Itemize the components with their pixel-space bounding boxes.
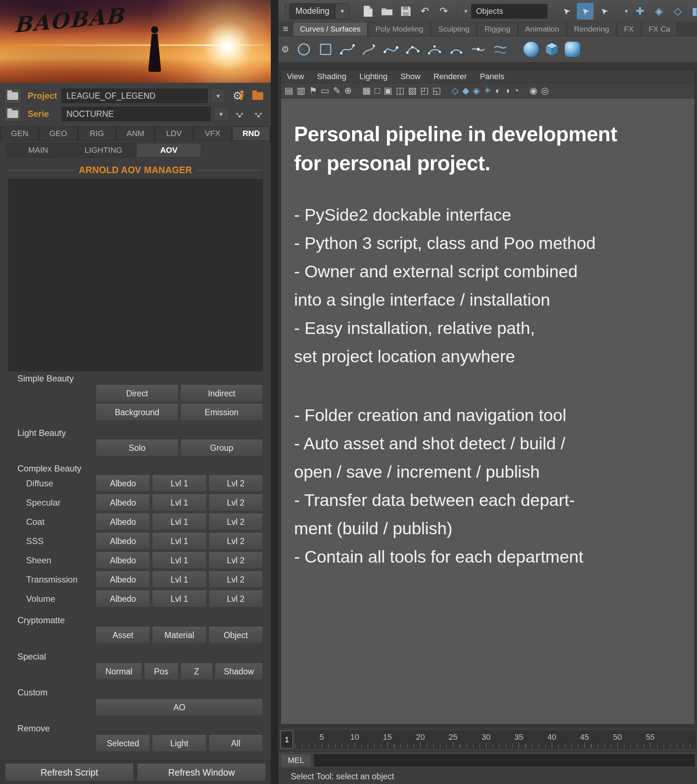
toolbar-grip[interactable] — [282, 4, 286, 18]
mel-label[interactable]: MEL — [281, 754, 311, 767]
shelf-tab-poly-modeling[interactable]: Poly Modeling — [369, 23, 430, 36]
tab-rig[interactable]: RIG — [78, 126, 116, 141]
refresh-script-button[interactable]: Refresh Script — [5, 764, 133, 781]
crypto-object-button[interactable]: Object — [209, 627, 263, 644]
collapse-all-button[interactable]: ↔ ↔ — [250, 106, 267, 122]
menu-lighting[interactable]: Lighting — [359, 72, 387, 81]
aov-background-button[interactable]: Background — [96, 404, 178, 421]
shelf-tab-rigging[interactable]: Rigging — [477, 23, 517, 36]
grid-toggle-icon[interactable]: ▦ — [362, 86, 371, 95]
pan-zoom-icon[interactable]: ⊕ — [344, 86, 352, 95]
cv-curve-tool-button[interactable] — [339, 41, 356, 58]
snap-to-view-planes-button[interactable]: ◧ — [688, 3, 697, 20]
nurbs-cylinder-button[interactable] — [565, 42, 580, 57]
shelf-tab-rendering[interactable]: Rendering — [567, 23, 616, 36]
shelf-tab-sculpting[interactable]: Sculpting — [431, 23, 476, 36]
coat-lvl2-button[interactable]: Lvl 2 — [209, 514, 263, 530]
crypto-asset-button[interactable]: Asset — [96, 627, 150, 644]
sss-albedo-button[interactable]: Albedo — [96, 533, 150, 550]
special-normal-button[interactable]: Normal — [96, 663, 142, 680]
new-scene-button[interactable] — [360, 3, 376, 20]
shaded-mode-icon[interactable]: ◆ — [462, 86, 469, 95]
two-point-arc-button[interactable] — [448, 41, 465, 58]
snap-to-curves-button[interactable]: ◈ — [651, 3, 667, 20]
remove-selected-button[interactable]: Selected — [96, 735, 150, 752]
redo-button[interactable]: ↷ — [435, 3, 452, 20]
specular-albedo-button[interactable]: Albedo — [96, 494, 150, 511]
volume-lvl2-button[interactable]: Lvl 2 — [209, 591, 263, 607]
tab-ldv[interactable]: LDV — [155, 126, 193, 141]
open-scene-button[interactable] — [379, 3, 395, 20]
curve-editing-tool-button[interactable] — [470, 41, 487, 58]
aov-indirect-button[interactable]: Indirect — [180, 385, 263, 402]
xray-icon[interactable]: ◉ — [530, 86, 538, 95]
grease-pencil-icon[interactable]: ✎ — [333, 86, 341, 95]
safe-title-icon[interactable]: ◱ — [432, 86, 441, 95]
menu-panels[interactable]: Panels — [480, 72, 504, 81]
volume-albedo-button[interactable]: Albedo — [96, 591, 150, 607]
transmission-lvl2-button[interactable]: Lvl 2 — [209, 571, 263, 588]
menu-show[interactable]: Show — [400, 72, 420, 81]
expand-all-button[interactable]: ↔ ↔ — [232, 106, 247, 122]
field-chart-icon[interactable]: ▧ — [408, 86, 417, 95]
open-project-folder-button[interactable] — [249, 88, 267, 104]
film-gate-icon[interactable]: □ — [375, 86, 380, 95]
resolution-gate-icon[interactable]: ▣ — [384, 86, 392, 95]
tab-vfx[interactable]: VFX — [193, 126, 231, 141]
tab-anm[interactable]: ANM — [117, 126, 154, 141]
snap-to-grids-button[interactable]: ✚ — [632, 3, 648, 20]
select-by-object-button[interactable]: ➤ — [577, 3, 593, 20]
project-input[interactable] — [62, 89, 208, 103]
custom-ao-button[interactable]: AO — [96, 699, 263, 716]
serie-input[interactable] — [62, 107, 211, 121]
chevron-down-icon[interactable]: ▼ — [463, 8, 468, 14]
tab-aov[interactable]: AOV — [137, 143, 201, 158]
tab-geo[interactable]: GEO — [39, 126, 77, 141]
safe-action-icon[interactable]: ◰ — [420, 86, 429, 95]
special-pos-button[interactable]: Pos — [144, 663, 178, 680]
crypto-material-button[interactable]: Material — [152, 627, 206, 644]
chevron-down-icon[interactable]: ▼ — [335, 3, 349, 19]
mel-command-input[interactable] — [314, 754, 695, 767]
ambient-occlusion-icon[interactable]: ◑ — [504, 86, 510, 95]
aov-emission-button[interactable]: Emission — [180, 404, 263, 421]
aov-group-button[interactable]: Group — [180, 440, 263, 456]
offset-curve-button[interactable] — [491, 41, 509, 58]
run-script-button[interactable]: ⚙ — [229, 88, 246, 104]
save-scene-button[interactable] — [397, 3, 414, 20]
diffuse-lvl1-button[interactable]: Lvl 1 — [152, 475, 206, 492]
serie-dropdown-button[interactable]: ▼ — [213, 107, 229, 121]
current-frame-indicator[interactable]: 1 — [281, 731, 293, 748]
aov-solo-button[interactable]: Solo — [96, 440, 178, 456]
coat-albedo-button[interactable]: Albedo — [96, 514, 150, 530]
tab-gen[interactable]: GEN — [1, 126, 38, 141]
select-by-hierarchy-button[interactable]: ➤ — [558, 3, 575, 20]
camera-lock-icon[interactable]: ▤ — [285, 86, 293, 95]
timeline-ruler[interactable]: 5 10 15 20 25 30 35 40 45 50 55 — [295, 731, 695, 748]
image-plane-icon[interactable]: ▭ — [321, 86, 330, 95]
special-shadow-button[interactable]: Shadow — [215, 663, 263, 680]
shelf-tab-fx-caching[interactable]: FX Ca — [642, 23, 677, 36]
remove-all-button[interactable]: All — [209, 735, 263, 752]
sss-lvl2-button[interactable]: Lvl 2 — [209, 533, 263, 550]
specular-lvl2-button[interactable]: Lvl 2 — [209, 494, 263, 511]
shelf-menu-icon[interactable]: ≡ — [283, 23, 288, 35]
coat-lvl1-button[interactable]: Lvl 1 — [152, 514, 206, 530]
nurbs-circle-button[interactable] — [295, 41, 313, 58]
bookmark-icon[interactable]: ⚑ — [309, 86, 317, 95]
dock-divider[interactable] — [271, 0, 278, 784]
sheen-lvl1-button[interactable]: Lvl 1 — [152, 552, 206, 569]
serie-folder-button[interactable] — [4, 106, 21, 122]
selection-mask-field[interactable]: Objects — [471, 4, 547, 18]
shelf-tab-fx[interactable]: FX — [617, 23, 641, 36]
transmission-lvl1-button[interactable]: Lvl 1 — [152, 571, 206, 588]
volume-lvl1-button[interactable]: Lvl 1 — [152, 591, 206, 607]
shadows-icon[interactable]: ◐ — [495, 86, 501, 95]
refresh-window-button[interactable]: Refresh Window — [137, 764, 266, 781]
bezier-curve-tool-button[interactable] — [382, 41, 400, 58]
remove-light-button[interactable]: Light — [152, 735, 206, 752]
sheen-lvl2-button[interactable]: Lvl 2 — [209, 552, 263, 569]
use-all-lights-icon[interactable]: ☀ — [484, 86, 491, 95]
camera-attributes-icon[interactable]: ▥ — [297, 86, 306, 95]
project-folder-button[interactable] — [4, 88, 21, 104]
